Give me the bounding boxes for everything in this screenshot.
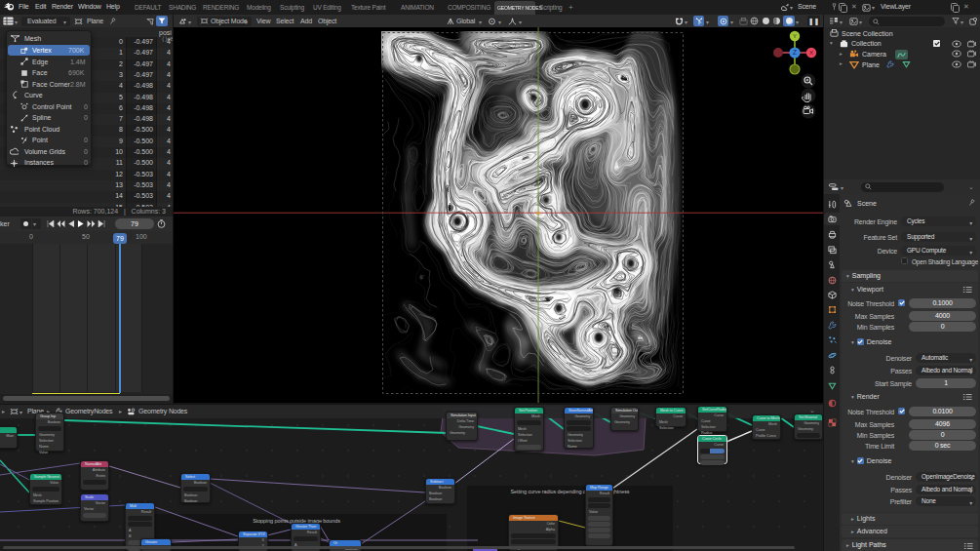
- svg-text:Z: Z: [793, 49, 797, 56]
- svg-text:Y: Y: [793, 33, 797, 39]
- svg-text:X: X: [809, 50, 813, 56]
